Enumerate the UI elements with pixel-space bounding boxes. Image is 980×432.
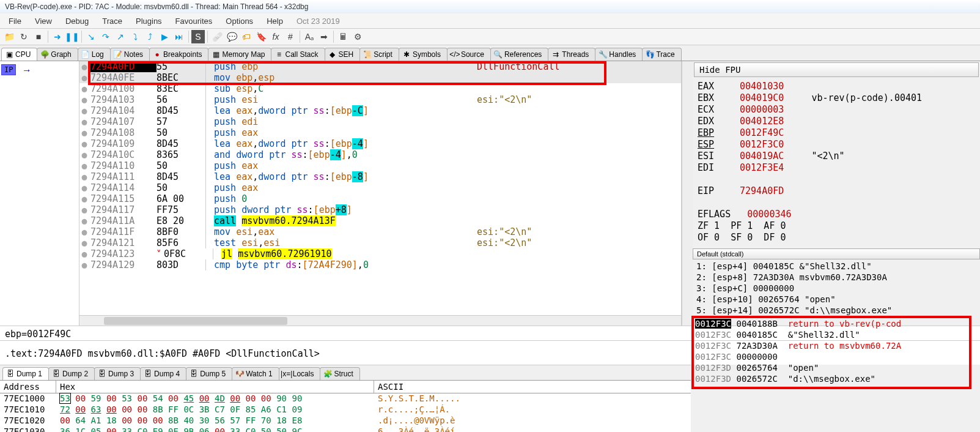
register-esp[interactable]: ESP 0012F3C0: [698, 139, 975, 151]
register-esi[interactable]: ESI 004019AC "<2\n": [698, 151, 975, 162]
dump-tab-watch-1[interactable]: 🐶Watch 1: [232, 367, 279, 380]
registers-list[interactable]: EAX 00401030 EBX 004019C0 vb-rev(p-code)…: [693, 78, 980, 246]
run-to-user-icon[interactable]: ▶: [158, 30, 171, 43]
labels-icon[interactable]: 🏷: [240, 30, 253, 43]
flags-row[interactable]: OF 0 SF 0 DF 0: [698, 232, 975, 244]
settings-icon[interactable]: ⚙: [351, 30, 364, 43]
arg-row[interactable]: 4: [esp+10] 00265764 "open": [696, 294, 976, 305]
step-out-icon[interactable]: ↗: [114, 30, 127, 43]
disasm-row[interactable]: ●7294A11450 push eax: [79, 182, 681, 193]
variables-icon[interactable]: #: [284, 30, 297, 43]
menu-debug[interactable]: Debug: [59, 15, 95, 27]
tab-symbols[interactable]: ✱Symbols: [399, 48, 448, 61]
breakpoint-dot[interactable]: ●: [79, 94, 89, 105]
stack-row[interactable]: 0012F3C 00000000: [695, 351, 978, 362]
stack-view[interactable]: 0012F3C 0040188B return to vb-rev(p-cod0…: [693, 318, 980, 384]
disasm-row[interactable]: ●7294A12185F6 test esi,esiesi:"<2\n": [79, 237, 681, 248]
bookmarks-icon[interactable]: 🔖: [254, 30, 268, 43]
tab-cpu[interactable]: ▣CPU: [1, 48, 37, 61]
breakpoint-dot[interactable]: ●: [79, 204, 89, 215]
run-until-icon[interactable]: ⏭: [172, 30, 186, 43]
menu-trace[interactable]: Trace: [96, 15, 128, 27]
hex-row[interactable]: 77EC101072 00 63 00 00 00 8B FF 0C 3B C7…: [0, 404, 691, 415]
refresh-icon[interactable]: ↻: [17, 30, 31, 43]
v-scrollbar[interactable]: [682, 61, 693, 326]
disasm-row[interactable]: ●7294A10083EC sub esp,C: [79, 83, 681, 94]
breakpoint-dot[interactable]: ●: [79, 105, 89, 116]
breakpoint-dot[interactable]: ●: [79, 138, 89, 149]
dump-tab-locals[interactable]: |x=|Locals: [279, 367, 321, 380]
breakpoint-dot[interactable]: ●: [79, 72, 89, 83]
col-hex[interactable]: Hex: [56, 381, 374, 393]
disasm-row[interactable]: ●7294A1118D45 lea eax,dword ptr ss:[ebp-…: [79, 171, 681, 182]
hex-row[interactable]: 77EC102000 64 A1 18 00 00 00 8B 40 30 56…: [0, 415, 691, 426]
breakpoint-dot[interactable]: ●: [79, 83, 89, 94]
disasm-row[interactable]: ●7294A1048D45 lea eax,dword ptr ss:[ebp-…: [79, 105, 681, 116]
disasm-row[interactable]: ●7294A10C8365 and dword ptr ss:[ebp-4],0: [79, 149, 681, 160]
tab-log[interactable]: 📄Log: [78, 48, 111, 61]
args-header[interactable]: Default (stdcall): [693, 248, 980, 259]
tab-threads[interactable]: ⇉Threads: [548, 48, 595, 61]
disasm-row[interactable]: ●7294A10850 push eax: [79, 127, 681, 138]
tab-memory-map[interactable]: ▦Memory Map: [208, 48, 271, 61]
breakpoint-dot[interactable]: ●: [79, 149, 89, 160]
arg-row[interactable]: 1: [esp+4] 0040185C &"Shell32.dll": [696, 261, 976, 272]
disasm-row[interactable]: ●7294A129803D cmp byte ptr ds:[72A4F290]…: [79, 259, 681, 270]
tab-graph[interactable]: 🌳Graph: [37, 48, 78, 61]
menu-options[interactable]: Options: [219, 15, 259, 27]
stack-row[interactable]: 0012F3C 0040185C &"Shell32.dll": [695, 329, 978, 340]
tab-source[interactable]: </>Source: [447, 48, 491, 61]
dump-tab-struct[interactable]: 🧩Struct: [320, 367, 359, 380]
tab-references[interactable]: 🔍References: [490, 48, 548, 61]
register-eax[interactable]: EAX 00401030: [698, 81, 975, 92]
step-into-icon[interactable]: ↘: [84, 30, 98, 43]
open-icon[interactable]: 📁: [2, 30, 16, 43]
stop-icon[interactable]: ■: [32, 30, 45, 43]
menu-favourites[interactable]: Favourites: [169, 15, 219, 27]
disasm-row[interactable]: ●7294A11AE8 20 call msvbvm60.7294A13F: [79, 215, 681, 226]
tab-notes[interactable]: 📝Notes: [110, 48, 150, 61]
tab-trace[interactable]: 👣Trace: [642, 48, 681, 61]
tab-script[interactable]: 📜Script: [359, 48, 399, 61]
eflags[interactable]: EFLAGS 00000346: [698, 209, 975, 220]
breakpoint-dot[interactable]: ●: [79, 226, 89, 237]
arg-row[interactable]: 5: [esp+14] 0026572C "d:\\msegbox.exe": [696, 305, 976, 316]
stack-row[interactable]: 0012F3C 0040188B return to vb-rev(p-cod: [695, 318, 978, 329]
breakpoint-dot[interactable]: ●: [79, 237, 89, 248]
tab-breakpoints[interactable]: ●Breakpoints: [149, 48, 208, 61]
goto-icon[interactable]: ➡: [317, 30, 331, 43]
disasm-row[interactable]: ●7294A10356 push esiesi:"<2\n": [79, 94, 681, 105]
stack-row[interactable]: 0012F3C 72A3D30A return to msvbvm60.72A: [695, 340, 978, 351]
comments-icon[interactable]: 💬: [225, 30, 238, 43]
hide-fpu-button[interactable]: Hide FPU: [694, 62, 979, 77]
step-over-icon[interactable]: ↷: [99, 30, 112, 43]
register-ecx[interactable]: ECX 00000003: [698, 104, 975, 116]
col-ascii[interactable]: ASCII: [374, 381, 407, 393]
breakpoint-dot[interactable]: ●: [79, 171, 89, 182]
search-icon[interactable]: Aₐ: [303, 30, 316, 43]
patches-icon[interactable]: 🩹: [210, 30, 224, 43]
h-scrollbar[interactable]: [79, 315, 681, 326]
arg-row[interactable]: 2: [esp+8] 72A3D30A msvbvm60.72A3D30A: [696, 272, 976, 283]
functions-icon[interactable]: fx: [269, 30, 282, 43]
breakpoint-dot[interactable]: ●: [79, 127, 89, 138]
stack-row[interactable]: 0012F3D 0026572C "d:\\msegbox.exe": [695, 373, 978, 384]
disasm-row[interactable]: ●7294A0FD55 push ebpDllFunctionCall: [79, 61, 681, 72]
breakpoint-dot[interactable]: ●: [79, 193, 89, 204]
register-edi[interactable]: EDI 0012F3E4: [698, 162, 975, 174]
dump-tab-dump-1[interactable]: 🗄Dump 1: [2, 367, 49, 380]
args-list[interactable]: 1: [esp+4] 0040185C &"Shell32.dll"2: [es…: [693, 259, 980, 317]
tab-seh[interactable]: ◆SEH: [325, 48, 361, 61]
register-ebx[interactable]: EBX 004019C0 vb-rev(p-code).00401: [698, 92, 975, 104]
trace-over-icon[interactable]: ⤴: [143, 30, 157, 43]
breakpoint-dot[interactable]: ●: [79, 248, 89, 259]
dump-tab-dump-4[interactable]: 🗄Dump 4: [140, 367, 186, 380]
hex-row[interactable]: 77EC103036 1C 05 00 33 C0 E9 0E 9B 06 00…: [0, 426, 691, 432]
tab-call-stack[interactable]: ≡Call Stack: [271, 48, 325, 61]
disasm-row[interactable]: ●7294A11F8BF0 mov esi,eaxesi:"<2\n": [79, 226, 681, 237]
register-edx[interactable]: EDX 004012E8: [698, 116, 975, 127]
breakpoint-dot[interactable]: ●: [79, 215, 89, 226]
calc-icon[interactable]: 🖩: [336, 30, 350, 43]
dump-tab-dump-3[interactable]: 🗄Dump 3: [94, 367, 141, 380]
dump-tab-dump-2[interactable]: 🗄Dump 2: [48, 367, 95, 380]
